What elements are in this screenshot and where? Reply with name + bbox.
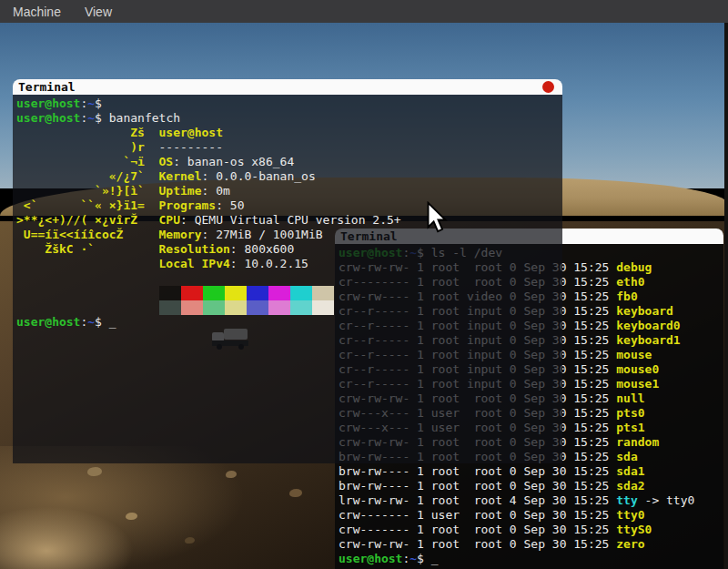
terminal-line: `¬ï OS: banan-os x86_64 [16, 155, 562, 169]
palette-color-block [159, 300, 181, 315]
palette-color-block [225, 300, 247, 315]
wallpaper-rock [289, 489, 302, 497]
close-button-icon[interactable] [542, 81, 554, 93]
terminal1-titlebar[interactable]: Terminal [13, 79, 562, 95]
terminal1-content[interactable]: user@host:~$user@host:~$ bananfetch Zš u… [13, 95, 562, 463]
terminal-line: lrw-rw-rw- 1 root root 4 Sep 30 15:25 tt… [339, 493, 723, 508]
terminal-line [16, 271, 562, 286]
menu-view[interactable]: View [85, 5, 112, 19]
palette-color-block [247, 300, 268, 315]
wallpaper-rock [226, 471, 237, 478]
menu-machine[interactable]: Machine [13, 5, 61, 19]
wallpaper-right-edge [724, 23, 728, 569]
palette-color-block [203, 286, 225, 300]
terminal-line: Zš user@host [16, 126, 562, 140]
wallpaper-sand-patch [0, 505, 136, 569]
terminal-line: user@host:~$ _ [16, 315, 562, 330]
palette-color-block [225, 286, 247, 300]
terminal-line: user@host:~$ [16, 97, 562, 111]
terminal-line: <` ``« ×}ï1= Programs: 50 [16, 198, 562, 213]
palette-color-block [159, 286, 181, 300]
vm-screen: Machine View Terminal user@host:~$ ls -l… [0, 0, 728, 569]
wallpaper-rock [126, 513, 137, 520]
palette-color-block [312, 286, 334, 300]
palette-color-block [181, 286, 203, 300]
palette-color-block [290, 300, 312, 315]
terminal-line: user@host:~$ _ [339, 552, 723, 566]
terminal-line: ŽškC ·` Resolution: 800x600 [16, 242, 562, 257]
palette-color-block [290, 286, 312, 300]
palette-color-block [203, 300, 225, 315]
mouse-pointer-icon [426, 201, 448, 238]
terminal-line: crw------- 1 user root 0 Sep 30 15:25 tt… [339, 508, 723, 523]
wallpaper-rock [185, 537, 195, 544]
terminal-color-palette-row [16, 300, 562, 315]
palette-color-block [181, 300, 203, 315]
wallpaper-rock [87, 467, 102, 476]
terminal-line: «/¿7` Kernel: 0.0.0-banan_os [16, 169, 562, 184]
palette-color-block [268, 286, 290, 300]
terminal-line: crw------- 1 root root 0 Sep 30 15:25 tt… [339, 523, 723, 537]
terminal-line: >**¿<+)//( ×¿vîrŽ CPU: QEMU Virtual CPU … [16, 213, 562, 228]
terminal-line: `»!}[ì` Uptime: 0m [16, 184, 562, 198]
terminal-color-palette-row [16, 286, 562, 300]
terminal-line: Local IPv4: 10.0.2.15 [16, 257, 562, 271]
terminal-line: brw-rw---- 1 root root 0 Sep 30 15:25 sd… [339, 479, 723, 493]
terminal-line: user@host:~$ bananfetch [16, 111, 562, 126]
palette-color-block [247, 286, 268, 300]
terminal-window-bananfetch[interactable]: Terminal user@host:~$user@host:~$ bananf… [13, 79, 562, 463]
palette-color-block [268, 300, 290, 315]
palette-color-block [312, 300, 334, 315]
terminal1-title: Terminal [13, 79, 76, 95]
terminal-line: brw-rw---- 1 root root 0 Sep 30 15:25 sd… [339, 464, 723, 479]
vm-menubar: Machine View [0, 0, 728, 23]
terminal-line: )r --------- [16, 140, 562, 155]
terminal-line: U==íï<<ííîcocŽ Memory: 27MiB / 1001MiB [16, 228, 562, 242]
terminal-line: crw-rw-rw- 1 root root 0 Sep 30 15:25 ze… [339, 537, 723, 552]
